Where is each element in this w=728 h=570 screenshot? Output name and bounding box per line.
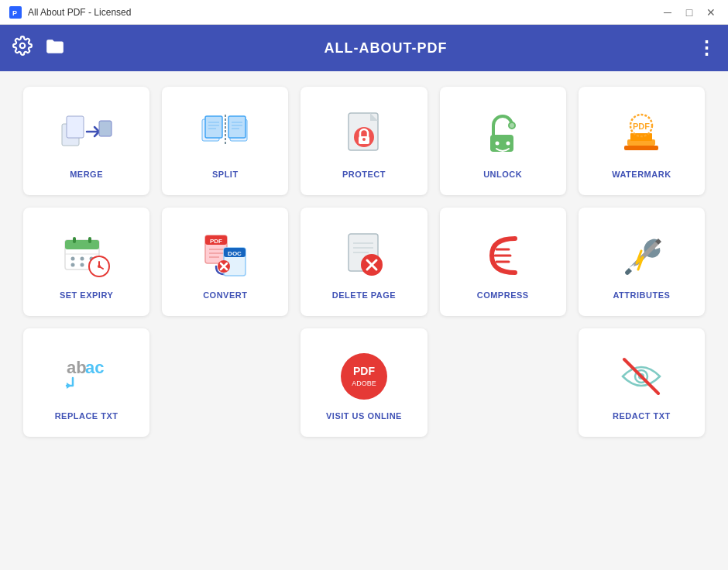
card-row-1: MERGE: [23, 87, 705, 195]
visit-online-label: VISIT US ONLINE: [326, 411, 402, 421]
svg-rect-12: [228, 116, 246, 138]
header: ALL-ABOUT-PDF ⋮: [0, 25, 728, 71]
protect-icon: [337, 108, 391, 162]
compress-card[interactable]: COMPRESS: [440, 208, 566, 316]
maximize-button[interactable]: □: [682, 5, 697, 20]
svg-text:PDF: PDF: [633, 122, 650, 131]
visit-online-card[interactable]: PDF ADOBE VISIT US ONLINE: [300, 328, 427, 437]
svg-text:P: P: [12, 9, 17, 17]
menu-icon[interactable]: ⋮: [697, 37, 716, 59]
close-button[interactable]: ✕: [703, 5, 719, 20]
attributes-card[interactable]: ATTRIBUTES: [579, 208, 705, 316]
split-label: SPLIT: [212, 170, 239, 179]
minimize-button[interactable]: ─: [660, 5, 675, 20]
svg-rect-32: [73, 237, 76, 243]
svg-point-24: [509, 122, 515, 129]
main-content: MERGE: [0, 71, 728, 570]
split-icon: [198, 108, 252, 162]
unlock-icon: [476, 108, 530, 162]
empty-card-1: [162, 328, 288, 437]
merge-icon: [60, 108, 114, 162]
unlock-card[interactable]: UNLOCK: [440, 87, 566, 195]
redact-txt-icon: [614, 349, 668, 403]
svg-point-22: [496, 141, 500, 145]
svg-rect-33: [88, 237, 91, 243]
svg-point-39: [80, 263, 84, 266]
svg-point-38: [70, 263, 74, 266]
delete-page-card[interactable]: DELETE PAGE: [300, 208, 427, 316]
card-row-2: SET EXPIRY PDF D: [23, 208, 705, 316]
svg-text:ADOBE: ADOBE: [352, 379, 376, 387]
protect-card[interactable]: PROTECT: [300, 87, 427, 195]
protect-label: PROTECT: [342, 170, 386, 179]
attributes-icon: [614, 228, 668, 283]
attributes-label: ATTRIBUTES: [613, 290, 670, 300]
convert-card[interactable]: PDF DOC CONVERT: [162, 208, 288, 316]
compress-label: COMPRESS: [477, 290, 529, 300]
svg-rect-7: [205, 116, 222, 138]
visit-online-icon: PDF ADOBE: [337, 349, 391, 403]
replace-txt-label: REPLACE TXT: [55, 411, 118, 421]
split-card[interactable]: SPLIT: [162, 87, 288, 195]
delete-page-label: DELETE PAGE: [332, 290, 396, 300]
svg-line-75: [624, 359, 658, 393]
set-expiry-card[interactable]: SET EXPIRY: [23, 208, 149, 316]
replace-txt-card[interactable]: ab ac REPLACE TXT: [23, 328, 149, 437]
svg-rect-27: [624, 146, 658, 150]
delete-page-icon: [337, 228, 391, 283]
app-icon: P: [9, 6, 22, 19]
convert-label: CONVERT: [203, 290, 247, 300]
svg-point-36: [80, 256, 84, 260]
settings-icon[interactable]: [12, 36, 33, 60]
svg-text:PDF: PDF: [210, 238, 222, 245]
svg-marker-68: [67, 383, 71, 389]
svg-point-35: [70, 256, 74, 260]
watermark-icon: PDF: [614, 108, 668, 162]
app-title: ALL-ABOUT-PDF: [74, 40, 697, 57]
svg-point-20: [362, 138, 366, 141]
redact-txt-label: REDACT TXT: [613, 411, 671, 421]
watermark-label: WATERMARK: [612, 170, 671, 179]
svg-rect-5: [99, 121, 112, 136]
svg-point-23: [507, 141, 510, 145]
svg-rect-4: [67, 116, 84, 138]
compress-icon: [476, 228, 530, 283]
replace-txt-icon: ab ac: [60, 349, 114, 403]
window-controls: ─ □ ✕: [660, 5, 719, 20]
svg-text:ab: ab: [67, 358, 87, 377]
window-title: All About PDF - Licensed: [28, 7, 660, 18]
set-expiry-icon: [60, 228, 114, 283]
redact-txt-card[interactable]: REDACT TXT: [579, 328, 705, 437]
svg-text:DOC: DOC: [228, 250, 242, 257]
empty-card-2: [440, 328, 566, 437]
convert-icon: PDF DOC: [198, 228, 252, 283]
folder-icon[interactable]: [45, 38, 65, 59]
svg-text:ac: ac: [85, 358, 104, 377]
svg-text:PDF: PDF: [353, 365, 375, 377]
set-expiry-label: SET EXPIRY: [60, 290, 113, 300]
unlock-label: UNLOCK: [483, 170, 522, 179]
merge-card[interactable]: MERGE: [23, 87, 149, 195]
watermark-card[interactable]: PDF WATERMARK: [579, 87, 705, 195]
svg-point-2: [20, 43, 26, 49]
card-row-3: ab ac REPLACE TXT: [23, 328, 705, 437]
svg-point-44: [98, 265, 101, 268]
merge-label: MERGE: [70, 170, 103, 179]
svg-rect-31: [65, 240, 99, 249]
title-bar: P All About PDF - Licensed ─ □ ✕: [0, 0, 728, 25]
